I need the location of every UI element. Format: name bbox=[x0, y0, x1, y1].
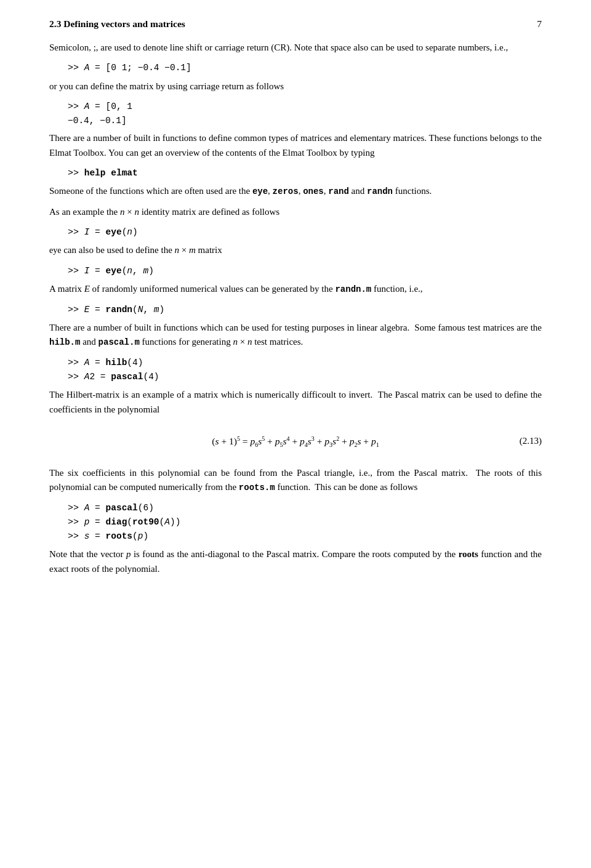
code-pascal-roots: >> A = pascal(6) >> p = diag(rot90(A)) >… bbox=[68, 501, 542, 544]
you-text: You bbox=[108, 148, 123, 158]
para-eye-identity: As an example the n × n identity matrix … bbox=[49, 205, 542, 219]
equation-lhs: (s + 1)5 = p6s5 + p5s4 + p4s3 + p3s2 + p… bbox=[212, 436, 379, 446]
the-text: the bbox=[161, 245, 172, 255]
code-a-multiline: >> A = [0, 1 −0.4, −0.1] bbox=[68, 100, 542, 128]
para-semicolon: Semicolon, ;, are used to denote line sh… bbox=[49, 41, 542, 55]
code-hilb-pascal: >> A = hilb(4) >> A2 = pascal(4) bbox=[68, 356, 542, 385]
para-eye-nm: eye can also be used to define the n × m… bbox=[49, 243, 542, 257]
from-text: from bbox=[259, 468, 277, 478]
para-note-vector-p: Note that the vector p is found as the a… bbox=[49, 547, 542, 576]
para-built-in: There are a number of built in functions… bbox=[49, 131, 542, 160]
code-help-elmat: >> help elmat bbox=[68, 166, 542, 180]
code-randn: >> E = randn(N, m) bbox=[68, 303, 542, 317]
para-test-matrices: There are a number of built in functions… bbox=[49, 321, 542, 350]
page: 2.3 Defining vectors and matrices 7 Semi… bbox=[0, 0, 591, 868]
para-six-coefficients: The six coefficients in this polynomial … bbox=[49, 466, 542, 495]
page-number: 7 bbox=[537, 18, 542, 30]
equation-2-13: (s + 1)5 = p6s5 + p5s4 + p4s3 + p3s2 + p… bbox=[49, 434, 542, 449]
main-content: Semicolon, ;, are used to denote line sh… bbox=[49, 41, 542, 576]
code-eye-nm: >> I = eye(n, m) bbox=[68, 264, 542, 278]
equation-number: (2.13) bbox=[520, 434, 542, 448]
page-header: 2.3 Defining vectors and matrices 7 bbox=[49, 18, 542, 30]
para-functions-used: Someone of the functions which are often… bbox=[49, 184, 542, 199]
section-title: 2.3 Defining vectors and matrices bbox=[49, 18, 185, 30]
para-hilbert-pascal: The Hilbert-matrix is an example of a ma… bbox=[49, 388, 542, 417]
para-carriage-return: or you can define the matrix by using ca… bbox=[49, 79, 542, 94]
para-randn: A matrix E of randomly uniformed numeric… bbox=[49, 282, 542, 297]
code-eye-n: >> I = eye(n) bbox=[68, 225, 542, 239]
code-a-inline: >> A = [0 1; −0.4 −0.1] bbox=[68, 61, 542, 75]
